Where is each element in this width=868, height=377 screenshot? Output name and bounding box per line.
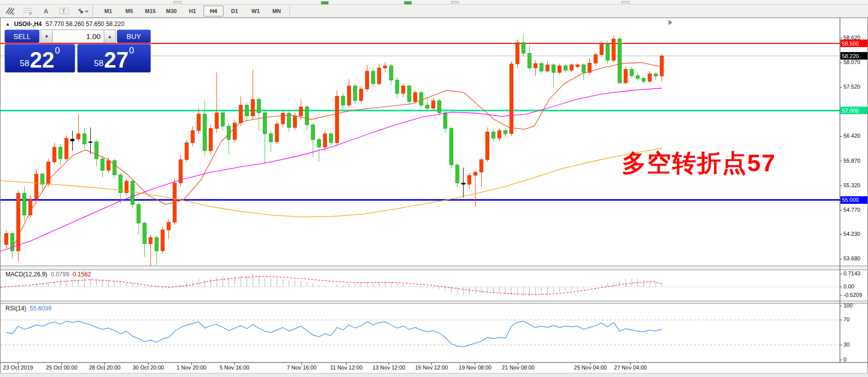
rsi-label: RSI(14) 55.6039 [6, 305, 52, 312]
candle [197, 114, 200, 131]
cutoff-icon-green [321, 1, 329, 5]
macd-label: MACD(12,26,9) 0.0799 0.1562 [6, 271, 91, 278]
candle [438, 101, 441, 113]
ma-mid-line [1, 88, 662, 251]
text-box-icon[interactable]: T [56, 5, 72, 17]
buy-price-sup: 0 [129, 46, 134, 56]
candle [143, 223, 146, 244]
candle [353, 86, 357, 101]
candle [41, 174, 44, 184]
panel-separator[interactable] [1, 301, 867, 303]
candle [323, 134, 327, 147]
svg-text:E: E [12, 12, 15, 16]
candle [185, 143, 188, 160]
candle [17, 193, 20, 251]
candle [618, 39, 621, 83]
cutoff-icon [451, 1, 459, 5]
ohlc-values: 57.770 58.260 57.650 58.220 [46, 21, 124, 28]
timeframe-button-H4[interactable]: H4 [203, 6, 224, 17]
grid-f-icon[interactable]: F [20, 5, 36, 17]
cycle-arrows-icon[interactable] [74, 5, 90, 17]
candle [600, 45, 603, 55]
timeframe-button-W1[interactable]: W1 [246, 6, 266, 17]
timeframe-button-M1[interactable]: M1 [98, 6, 118, 17]
volume-input[interactable] [53, 30, 104, 43]
sell-button[interactable]: SELL [5, 30, 40, 43]
candle [155, 237, 158, 251]
candle [480, 160, 483, 172]
timeframe-button-MN[interactable]: MN [267, 6, 287, 17]
candle [486, 132, 489, 160]
macd-signal-value: 0.1562 [73, 271, 91, 278]
volume-down-button[interactable]: ▼ [41, 30, 53, 43]
price-axis-label: 58.070 [843, 59, 860, 65]
cutoff-icon [621, 1, 629, 5]
candle [516, 43, 519, 64]
price-badge-55.000: 55.000 [840, 196, 867, 204]
cutoff-icon [173, 1, 181, 5]
candle [305, 107, 309, 125]
candle [624, 70, 627, 83]
candle [263, 113, 267, 134]
candle [245, 105, 249, 116]
candle [281, 113, 285, 124]
candle [329, 134, 333, 143]
buy-button[interactable]: BUY [117, 30, 151, 43]
candle [510, 64, 513, 134]
timeframe-button-D1[interactable]: D1 [225, 6, 245, 17]
sell-price-tile[interactable]: 58 22 0 [5, 44, 75, 73]
buy-price-big: 27 [104, 50, 128, 71]
candle [65, 138, 68, 159]
time-axis-label: 27 Nov 04:00 [614, 364, 646, 370]
candle [359, 89, 363, 101]
candle [341, 96, 345, 105]
candle [576, 65, 579, 67]
sell-price-small: 58 [20, 59, 30, 69]
volume-up-button[interactable]: ▲ [104, 30, 116, 43]
time-axis-label: 25 Nov 04:00 [574, 364, 606, 370]
price-axis-label: 56.420 [843, 133, 860, 139]
price-badge-58.500: 58.500 [840, 40, 867, 47]
price-axis-label: 55.870 [843, 158, 860, 164]
candle [113, 161, 116, 175]
candle [35, 174, 38, 199]
candle [528, 53, 531, 68]
candle [317, 140, 321, 147]
chart-title: ▲ USOil-,H4 57.770 58.260 57.650 58.220 [6, 21, 124, 28]
collapse-triangle-icon[interactable]: ▲ [6, 22, 10, 27]
chart-shift-icon[interactable] [669, 20, 673, 25]
text-label-icon[interactable]: A [38, 5, 54, 17]
sell-price-big: 22 [30, 50, 54, 71]
candle [77, 134, 80, 139]
toolbar-separator [289, 6, 293, 17]
chart-toolbar: E F A T M1M5M15M30H1H4D1W1MN [0, 5, 868, 18]
rsi-value: 55.6039 [30, 305, 51, 312]
candle [89, 142, 92, 143]
timeframe-buttons: M1M5M15M30H1H4D1W1MN [98, 6, 287, 17]
candle [71, 139, 74, 141]
top-toolbar-sliver [0, 0, 868, 5]
candle [233, 123, 237, 140]
experts-icon[interactable]: E [2, 5, 18, 17]
timeframe-button-M15[interactable]: M15 [140, 6, 160, 17]
timeframe-button-M5[interactable]: M5 [119, 6, 139, 17]
macd-axis-label: 0.7143 [843, 270, 860, 276]
rsi-axis-label: 0 [843, 356, 846, 362]
rsi-axis-label: 100 [843, 302, 852, 308]
candle [293, 116, 297, 127]
time-axis-label: 15 Nov 12:00 [415, 364, 448, 370]
candle [137, 204, 140, 223]
candle [53, 147, 56, 162]
svg-text:A: A [44, 8, 49, 15]
candle [383, 66, 387, 68]
candle [462, 183, 465, 184]
price-axis-label: 54.230 [843, 231, 860, 237]
buy-price-tile[interactable]: 58 27 0 [77, 44, 151, 73]
timeframe-button-H1[interactable]: H1 [182, 6, 202, 17]
panel-separator[interactable] [1, 266, 867, 270]
candle [371, 71, 375, 84]
timeframe-button-M30[interactable]: M30 [161, 6, 181, 17]
rsi-line [7, 321, 662, 347]
ma-slow-line [1, 148, 662, 217]
candle [239, 105, 243, 123]
